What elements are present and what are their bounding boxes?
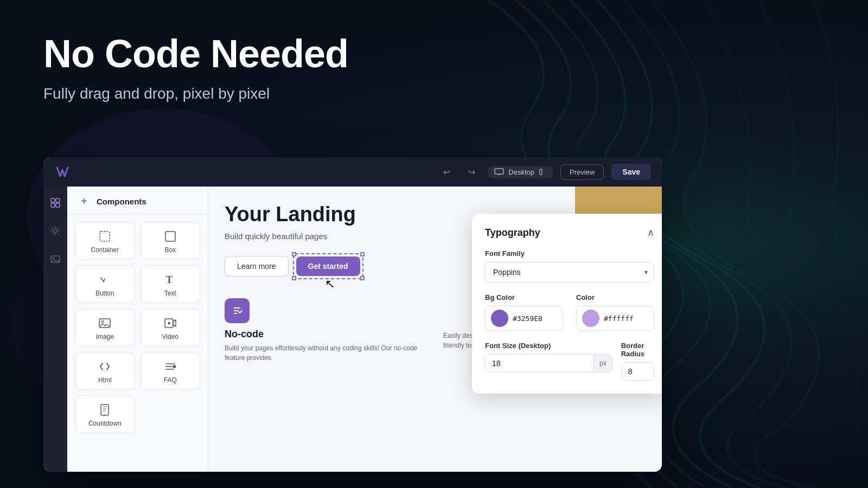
text-comp-icon: T [164,273,177,286]
border-radius-input-row[interactable] [621,362,654,381]
font-family-select-wrapper[interactable]: Poppins Inter Roboto ▾ [485,262,654,282]
bg-color-label: Bg Color [485,293,563,301]
comp-label-video: Video [162,333,178,341]
text-color-group: Color #ffffff [576,293,654,331]
editor-window: ↩ ↪ Desktop Preview Save [43,157,662,472]
panel-header: Typography ∧ [485,227,654,239]
font-size-unit: px [593,355,612,371]
topbar-controls: ↩ ↪ Desktop Preview Save [438,163,651,181]
add-component-button[interactable]: + [77,194,91,208]
typography-panel: Typography ∧ Font Family Poppins Inter R… [472,214,662,394]
components-header: + Components [67,187,208,214]
comp-item-html[interactable]: Html [75,352,135,390]
comp-label-image: Image [96,333,114,341]
canvas-area: Your Landing Build quickly beautiful pag… [208,187,662,472]
comp-label-html: Html [98,376,112,384]
font-family-label: Font Family [485,249,654,258]
comp-item-button[interactable]: Button [75,265,135,303]
comp-item-video[interactable]: Video [141,309,201,346]
svg-rect-2 [495,169,503,174]
comp-item-box[interactable]: Box [141,222,201,260]
components-title: Components [97,197,146,206]
font-size-group: Font Size (Desktop) px [485,342,612,381]
comp-label-text: Text [164,290,176,297]
countdown-comp-icon [98,403,111,416]
color-row: Bg Color #3259E8 Color #ffffff [485,293,654,331]
editor-logo [54,164,71,180]
feature-text-1: Build your pages effortlessly without an… [225,343,427,363]
sidebar-settings-icon[interactable] [47,222,64,240]
text-color-value: #ffffff [604,314,634,323]
selection-handle-bl [292,276,296,280]
comp-item-countdown[interactable]: Countdown [75,395,135,433]
bg-color-input-row: #3259E8 [485,306,563,331]
border-radius-label: Border Radius [621,342,654,358]
editor-topbar: ↩ ↪ Desktop Preview Save [43,157,662,187]
text-color-swatch[interactable] [582,310,599,327]
comp-label-box: Box [164,246,176,254]
comp-label-countdown: Countdown [88,420,122,427]
size-row: Font Size (Desktop) px Border Radius [485,342,654,381]
redo-button[interactable]: ↪ [463,163,480,181]
text-color-input-row: #ffffff [576,306,654,331]
hero-title: No Code Needed [43,33,348,75]
hero-subtitle: Fully drag and drop, pixel by pixel [43,85,348,102]
feature-title-1: No-code [225,329,427,340]
button-comp-icon [98,273,111,286]
svg-point-12 [53,258,54,259]
preview-button[interactable]: Preview [560,164,604,180]
comp-item-container[interactable]: Container [75,222,135,260]
bg-color-group: Bg Color #3259E8 [485,293,563,331]
cursor-icon: ↖ [325,277,335,291]
selection-handle-tl [292,252,296,256]
selection-handle-br [360,276,365,280]
font-size-label: Font Size (Desktop) [485,342,612,350]
image-comp-icon [98,317,111,330]
svg-text:T: T [166,274,173,285]
comp-label-faq: FAQ [164,376,177,384]
comp-item-image[interactable]: Image [75,309,135,346]
svg-point-17 [101,320,104,323]
get-started-wrapper: Get started ↖ [296,256,360,276]
container-icon [98,230,111,243]
sidebar-icons [43,187,67,472]
bg-color-value: #3259E8 [513,314,542,323]
get-started-button[interactable]: Get started [296,256,360,276]
editor-body: + Components Container [43,187,662,472]
text-color-label: Color [576,293,654,301]
border-radius-group: Border Radius [621,342,654,381]
feature-item-1: No-code Build your pages effortlessly wi… [225,298,427,363]
bg-color-swatch[interactable] [491,310,508,327]
svg-rect-14 [165,232,175,241]
canvas-content: Your Landing Build quickly beautiful pag… [208,187,662,472]
svg-rect-22 [173,365,176,368]
svg-point-10 [54,229,57,233]
undo-button[interactable]: ↩ [438,163,455,181]
device-label: Desktop [508,168,534,176]
panel-title: Typography [485,227,540,239]
font-size-input-row[interactable]: px [485,354,612,373]
comp-item-text[interactable]: T Text [141,265,201,303]
html-comp-icon [98,360,111,373]
video-comp-icon [164,317,177,330]
device-selector[interactable]: Desktop [488,166,553,178]
box-icon [164,230,177,243]
learn-more-button[interactable]: Learn more [225,256,289,277]
comp-label-button: Button [95,290,114,297]
svg-rect-5 [540,169,542,175]
font-size-input[interactable] [486,355,593,372]
selection-handle-tr [360,252,365,256]
font-family-select[interactable]: Poppins Inter Roboto [485,262,654,282]
svg-rect-13 [100,232,110,241]
svg-rect-9 [56,203,60,207]
sidebar-media-icon[interactable] [47,251,64,268]
panel-collapse-button[interactable]: ∧ [647,227,654,239]
border-radius-input[interactable] [622,363,654,380]
faq-comp-icon [164,360,177,373]
save-button[interactable]: Save [611,164,651,180]
sidebar-components-icon[interactable] [47,194,64,211]
components-grid: Container Box [67,214,208,441]
comp-item-faq[interactable]: FAQ [141,352,201,390]
comp-label-container: Container [91,246,119,254]
components-panel: + Components Container [67,187,208,472]
